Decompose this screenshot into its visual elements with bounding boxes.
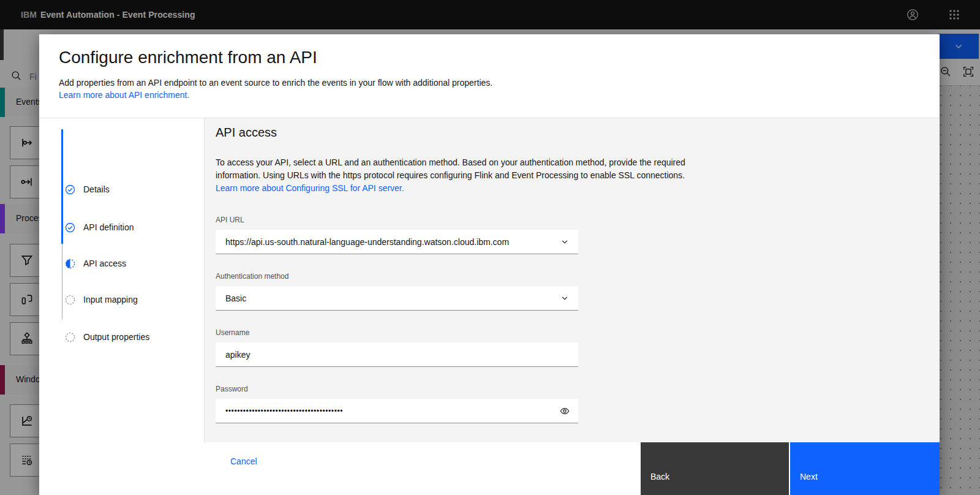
password-masked-value: •••••••••••••••••••••••••••••••••••••••• (225, 399, 343, 423)
step-label: Input mapping (83, 295, 138, 304)
api-url-label: API URL (216, 216, 578, 224)
step-label: Details (83, 184, 110, 194)
step-incomplete-icon (65, 332, 75, 342)
api-url-dropdown[interactable]: https://api.us-south.natural-language-un… (216, 230, 578, 254)
view-eye-icon (560, 406, 570, 416)
step-details[interactable]: Details (65, 183, 110, 195)
step-complete-icon (65, 222, 75, 233)
chevron-down-icon[interactable] (551, 286, 578, 311)
next-button[interactable]: Next (790, 442, 940, 495)
auth-method-value: Basic (225, 286, 246, 311)
step-incomplete-icon (65, 295, 75, 305)
back-button[interactable]: Back (641, 442, 789, 495)
auth-method-label: Authentication method (216, 272, 578, 281)
step-input-mapping[interactable]: Input mapping (65, 293, 138, 306)
configuring-ssl-link[interactable]: Learn more about Configuring SSL for API… (216, 183, 404, 193)
password-field[interactable]: •••••••••••••••••••••••••••••••••••••••• (216, 399, 578, 423)
api-url-field-group: API URL https://api.us-south.natural-lan… (216, 216, 578, 254)
modal-title: Configure enrichment from an API (59, 47, 920, 69)
step-label: API definition (83, 222, 134, 232)
panel-description-text: To access your API, select a URL and an … (216, 157, 685, 180)
auth-method-dropdown[interactable]: Basic (216, 286, 578, 311)
progress-line-complete (61, 129, 63, 244)
username-input[interactable] (216, 342, 578, 367)
step-label: Output properties (83, 332, 149, 342)
username-field (216, 342, 578, 367)
wizard-progress: Details API definition API access Input … (39, 118, 205, 442)
configure-enrichment-modal: Configure enrichment from an API Add pro… (39, 34, 940, 495)
cancel-button[interactable]: Cancel (225, 452, 262, 471)
step-output-properties[interactable]: Output properties (65, 331, 149, 343)
step-panel-api-access: API access To access your API, select a … (205, 118, 940, 442)
step-api-definition[interactable]: API definition (65, 221, 134, 233)
modal-header: Configure enrichment from an API Add pro… (39, 34, 940, 118)
progress-line-remaining (62, 244, 62, 319)
username-field-group: Username (216, 328, 578, 367)
step-complete-icon (65, 184, 75, 195)
step-current-icon (65, 259, 75, 269)
modal-description: Add properties from an API endpoint to a… (59, 77, 920, 89)
panel-description: To access your API, select a URL and an … (216, 156, 717, 195)
password-label: Password (216, 385, 578, 393)
api-url-value: https://api.us-south.natural-language-un… (225, 230, 509, 254)
show-password-button[interactable] (551, 399, 578, 423)
panel-heading: API access (216, 126, 277, 140)
learn-more-api-enrichment-link[interactable]: Learn more about API enrichment. (59, 89, 189, 101)
modal-footer: Cancel Back Next (39, 442, 940, 495)
step-label: API access (83, 259, 126, 268)
step-api-access-current[interactable]: API access (65, 257, 126, 270)
auth-method-field-group: Authentication method Basic (216, 272, 578, 311)
username-label: Username (216, 328, 578, 337)
password-field-group: Password •••••••••••••••••••••••••••••••… (216, 385, 578, 423)
chevron-down-icon[interactable] (551, 230, 578, 254)
